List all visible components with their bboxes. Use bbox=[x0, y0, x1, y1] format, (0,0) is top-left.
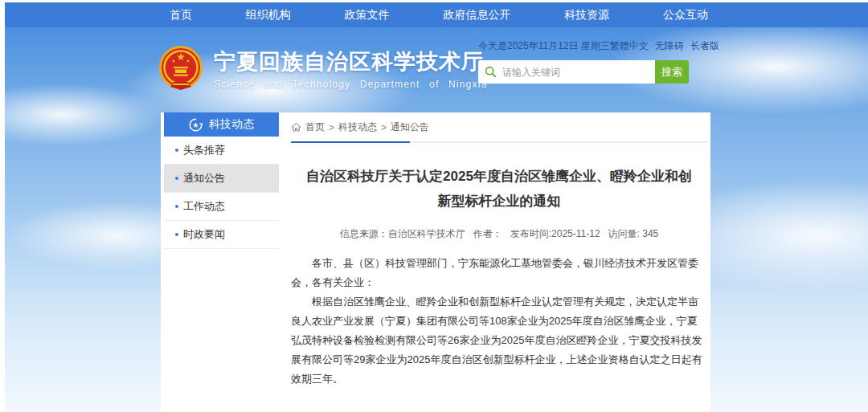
sidebar-item-label: 头条推荐 bbox=[183, 143, 225, 157]
content-card: 科技动态 头条推荐 通知公告 工作动态 时政要闻 bbox=[161, 112, 710, 412]
article-body: 各市、县（区）科技管理部门，宁东能源化工基地管委会，银川经济技术开发区管委会，各… bbox=[291, 254, 707, 389]
sidebar-item-work-trends[interactable]: 工作动态 bbox=[164, 193, 279, 221]
link-traditional-chinese[interactable]: 繁體中文 bbox=[610, 39, 649, 53]
sidebar-item-label: 工作动态 bbox=[183, 199, 225, 214]
sidebar-item-notices[interactable]: 通知公告 bbox=[164, 165, 279, 193]
header-utilities: 今天是2025年11月12日 星期三 繁體中文 无障碍 长者版 搜索 bbox=[478, 39, 703, 84]
meta-author: 作者： bbox=[473, 227, 502, 241]
nav-item-organization[interactable]: 组织机构 bbox=[246, 8, 291, 22]
search-icon bbox=[485, 66, 497, 78]
breadcrumb-notices[interactable]: 通知公告 bbox=[391, 120, 429, 134]
page: 首页 组织机构 政策文件 政府信息公开 科技资源 公众互动 bbox=[0, 0, 868, 412]
breadcrumb-separator: > bbox=[381, 122, 387, 133]
meta-source: 信息来源：自治区科学技术厅 bbox=[340, 227, 465, 241]
breadcrumb-divider bbox=[291, 141, 707, 143]
sidebar-item-label: 通知公告 bbox=[183, 171, 225, 186]
site-brand: 宁夏回族自治区科学技术厅 Science and Technology Depa… bbox=[158, 45, 487, 95]
sidebar-menu: 头条推荐 通知公告 工作动态 时政要闻 bbox=[164, 137, 279, 249]
site-header: 宁夏回族自治区科学技术厅 Science and Technology Depa… bbox=[0, 27, 868, 112]
current-date: 今天是2025年11月12日 星期三 bbox=[478, 39, 610, 53]
breadcrumb-separator: > bbox=[329, 122, 334, 133]
meta-publish-time: 发布时间:2025-11-12 bbox=[510, 227, 600, 241]
nav-item-public-interaction[interactable]: 公众互动 bbox=[663, 8, 708, 22]
nav-item-home[interactable]: 首页 bbox=[170, 8, 192, 22]
bullet-icon bbox=[175, 177, 178, 180]
nav-item-sci-resources[interactable]: 科技资源 bbox=[564, 8, 609, 22]
article-meta: 信息来源：自治区科学技术厅 作者： 发布时间:2025-11-12 访问量: 3… bbox=[291, 227, 707, 241]
meta-views: 访问量: 345 bbox=[608, 227, 659, 241]
site-title: 宁夏回族自治区科学技术厅 bbox=[214, 50, 487, 75]
sidebar-title: 科技动态 bbox=[209, 117, 254, 132]
link-elderly-version[interactable]: 长者版 bbox=[690, 39, 719, 53]
sidebar-item-label: 时政要闻 bbox=[183, 227, 225, 242]
bullet-icon bbox=[175, 205, 178, 208]
nav-item-gov-info[interactable]: 政府信息公开 bbox=[443, 8, 510, 22]
top-nav: 首页 组织机构 政策文件 政府信息公开 科技资源 公众互动 bbox=[5, 2, 868, 27]
search-box: 搜索 bbox=[478, 60, 689, 84]
search-button[interactable]: 搜索 bbox=[655, 60, 689, 84]
circled-star-icon bbox=[189, 118, 203, 132]
bullet-icon bbox=[175, 233, 178, 236]
search-input[interactable] bbox=[502, 67, 649, 78]
bullet-icon bbox=[175, 149, 178, 152]
nav-item-policy[interactable]: 政策文件 bbox=[345, 8, 390, 22]
sidebar: 科技动态 头条推荐 通知公告 工作动态 时政要闻 bbox=[164, 112, 279, 249]
sidebar-item-current-politics[interactable]: 时政要闻 bbox=[164, 221, 279, 249]
article-paragraph: 根据自治区雏鹰企业、瞪羚企业和创新型标杆企业认定管理有关规定，决定认定半亩良人农… bbox=[291, 292, 707, 389]
article-area: 首页 > 科技动态 > 通知公告 自治区科技厅关于认定2025年度自治区雏鹰企业… bbox=[291, 112, 709, 412]
breadcrumb-sci-trends[interactable]: 科技动态 bbox=[338, 120, 377, 134]
divider-gray-segment bbox=[410, 141, 707, 143]
national-emblem-logo bbox=[158, 45, 204, 95]
divider-blue-segment bbox=[291, 141, 410, 143]
sidebar-item-headline[interactable]: 头条推荐 bbox=[164, 137, 279, 165]
site-subtitle: Science and Technology Department of Nin… bbox=[214, 79, 487, 90]
link-accessibility[interactable]: 无障碍 bbox=[655, 39, 684, 53]
article-paragraph: 各市、县（区）科技管理部门，宁东能源化工基地管委会，银川经济技术开发区管委会，各… bbox=[291, 254, 707, 292]
breadcrumb: 首页 > 科技动态 > 通知公告 bbox=[291, 120, 707, 134]
breadcrumb-home[interactable]: 首页 bbox=[305, 120, 325, 134]
home-icon bbox=[291, 122, 301, 133]
article-title: 自治区科技厅关于认定2025年度自治区雏鹰企业、瞪羚企业和创新型标杆企业的通知 bbox=[306, 164, 692, 214]
sidebar-header: 科技动态 bbox=[164, 112, 279, 137]
